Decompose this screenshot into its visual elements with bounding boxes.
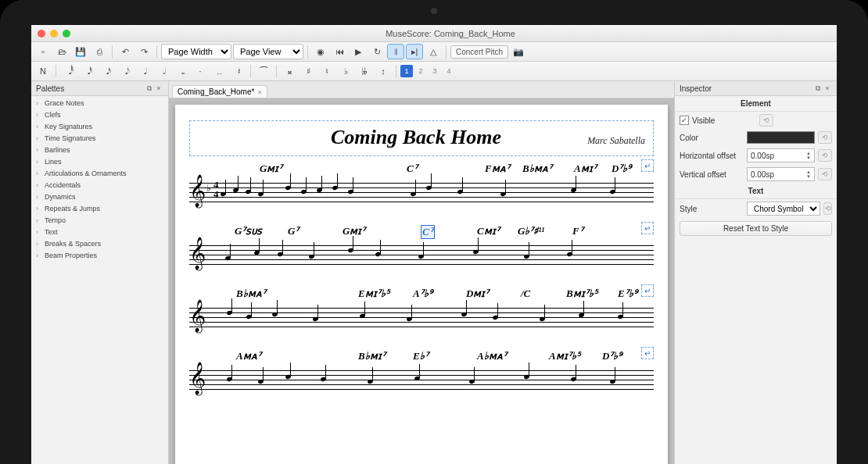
chord-symbol[interactable]: Aᴍɪ⁷ (574, 162, 597, 175)
inspector-undock-icon[interactable]: ⧉ (813, 84, 823, 93)
duration-16th-button[interactable]: 𝅘𝅥𝅯 (98, 63, 115, 79)
chord-symbol[interactable]: Aᴍɪ⁷♭⁵ (549, 350, 580, 362)
chord-symbol[interactable]: E♭⁷ (413, 350, 429, 362)
maximize-window-button[interactable] (63, 30, 70, 37)
palette-item[interactable]: Barlines (31, 145, 168, 156)
duration-double-dot-button[interactable]: ‥ (210, 63, 228, 79)
chord-symbol[interactable]: Bᴍɪ⁷♭⁵ (566, 287, 597, 300)
system-break-icon[interactable]: ↵ (641, 159, 654, 172)
chord-symbol[interactable]: A⁷♭⁹ (413, 287, 432, 300)
reset-style-button[interactable]: ⟲ (823, 202, 832, 215)
chord-symbol[interactable]: /C (521, 287, 530, 300)
voice-4-button[interactable]: 4 (443, 65, 455, 77)
natural-button[interactable]: ♮ (318, 63, 335, 79)
palette-item[interactable]: Articulations & Ornaments (31, 168, 168, 180)
palette-item[interactable]: Tempo (31, 215, 168, 227)
image-capture-button[interactable]: 📷 (510, 44, 527, 59)
system-break-icon[interactable]: ↵ (641, 222, 654, 234)
score-tab[interactable]: Coming_Back_Home* × (172, 85, 267, 98)
tie-button[interactable]: ⁀ (255, 63, 272, 79)
system-break-icon[interactable]: ↵ (641, 347, 654, 359)
palette-item[interactable]: Lines (31, 156, 168, 168)
chord-symbol[interactable]: G♭⁷♯¹¹ (518, 225, 544, 237)
double-flat-button[interactable]: 𝄫 (356, 63, 373, 79)
voice-3-button[interactable]: 3 (429, 65, 441, 77)
play-repeats-button[interactable]: ⦀ (387, 44, 404, 59)
sharp-button[interactable]: ♯ (299, 63, 317, 79)
open-file-button[interactable]: 🗁 (53, 44, 70, 59)
palette-item[interactable]: Dynamics (31, 191, 168, 203)
chord-symbol[interactable]: Eᴍɪ⁷♭⁵ (358, 287, 389, 300)
palette-item[interactable]: Text (31, 227, 168, 238)
palette-item[interactable]: Accidentals (31, 180, 168, 191)
new-file-button[interactable]: ▫ (34, 44, 52, 59)
chord-symbol[interactable]: B♭ᴍɪ⁷ (358, 350, 386, 362)
duration-32nd-button[interactable]: 𝅘𝅥𝅰 (79, 63, 96, 79)
print-button[interactable]: ⎙ (91, 44, 108, 59)
palette-item[interactable]: Grace Notes (31, 98, 168, 109)
undo-button[interactable]: ↶ (117, 44, 134, 59)
score-viewport[interactable]: Coming Back Home Marc Sabatella Gᴍɪ⁷C⁷Fᴍ… (169, 98, 674, 464)
concert-pitch-button[interactable]: Concert Pitch (450, 45, 508, 59)
reset-text-to-style-button[interactable]: Reset Text to Style (680, 221, 832, 236)
horizontal-offset-input[interactable]: 0.00sp▲▼ (747, 148, 815, 162)
chord-symbol[interactable]: Fᴍᴀ⁷ (485, 162, 510, 175)
chord-symbol[interactable]: F⁷ (572, 225, 583, 237)
palette-item[interactable]: Time Signatures (31, 133, 168, 145)
close-tab-icon[interactable]: × (257, 88, 261, 96)
pan-score-button[interactable]: ▸| (406, 44, 423, 59)
palette-item[interactable]: Key Signatures (31, 121, 168, 133)
voice-2-button[interactable]: 2 (414, 65, 427, 77)
reset-color-button[interactable]: ⟲ (818, 131, 832, 144)
midi-input-button[interactable]: ◉ (312, 44, 329, 59)
play-button[interactable]: ▶ (350, 44, 367, 59)
palettes-close-icon[interactable]: × (154, 84, 163, 93)
save-button[interactable]: 💾 (72, 44, 89, 59)
chord-symbol[interactable]: Gᴍɪ⁷ (260, 162, 282, 175)
duration-64th-button[interactable]: 𝅘𝅥𝅱 (60, 63, 77, 79)
reset-visible-button[interactable]: ⟲ (759, 114, 773, 127)
reset-voffset-button[interactable]: ⟲ (818, 168, 832, 180)
rest-button[interactable]: 𝄽 (229, 63, 246, 79)
chord-symbol[interactable]: G⁷ (288, 225, 299, 237)
metronome-button[interactable]: △ (425, 44, 442, 59)
palette-item[interactable]: Beam Properties (31, 250, 168, 262)
color-swatch[interactable] (747, 131, 815, 144)
chord-symbol[interactable]: E⁷♭⁹ (618, 287, 637, 300)
flip-direction-button[interactable]: ↕ (375, 63, 392, 79)
chord-symbol[interactable]: A♭ᴍᴀ⁷ (477, 350, 507, 362)
chord-symbol[interactable]: C⁷ (421, 225, 435, 239)
title-frame[interactable]: Coming Back Home Marc Sabatella (189, 120, 654, 156)
visible-checkbox[interactable]: ✓ (680, 116, 689, 125)
song-title[interactable]: Coming Back Home (245, 126, 587, 149)
chord-symbol[interactable]: Aᴍᴀ⁷ (236, 350, 261, 362)
palette-item[interactable]: Repeats & Jumps (31, 203, 168, 215)
chord-symbol[interactable]: D⁷♭⁹ (602, 350, 622, 362)
zoom-select[interactable]: Page Width (161, 44, 231, 59)
chord-symbol[interactable]: B♭ᴍᴀ⁷ (236, 287, 266, 300)
composer-text[interactable]: Marc Sabatella (587, 135, 645, 147)
minimize-window-button[interactable] (50, 30, 58, 37)
loop-button[interactable]: ↻ (368, 44, 386, 59)
inspector-close-icon[interactable]: × (823, 84, 832, 93)
chord-symbol[interactable]: B♭ᴍᴀ⁷ (522, 162, 552, 175)
chord-symbol[interactable]: C⁷ (407, 162, 418, 175)
chord-symbol[interactable]: D⁷♭⁹ (612, 162, 631, 175)
redo-button[interactable]: ↷ (135, 44, 152, 59)
page-view-select[interactable]: Page View (233, 44, 303, 59)
note-input-button[interactable]: N (34, 63, 52, 79)
chord-symbol[interactable]: Cᴍɪ⁷ (477, 225, 500, 237)
duration-half-button[interactable]: 𝅗𝅥 (154, 63, 171, 79)
voice-1-button[interactable]: 1 (400, 65, 413, 77)
duration-8th-button[interactable]: 𝅘𝅥𝅮 (117, 63, 134, 79)
chord-symbol[interactable]: G⁷ꜱᴜꜱ (235, 225, 262, 237)
reset-hoffset-button[interactable]: ⟲ (818, 149, 832, 162)
chord-symbol[interactable]: Gᴍɪ⁷ (343, 225, 365, 237)
duration-whole-button[interactable]: 𝅝 (173, 63, 190, 79)
palettes-undock-icon[interactable]: ⧉ (145, 84, 154, 93)
chord-symbol[interactable]: Dᴍɪ⁷ (466, 287, 489, 300)
system-break-icon[interactable]: ↵ (641, 284, 654, 297)
palette-item[interactable]: Clefs (31, 109, 168, 121)
duration-quarter-button[interactable]: 𝅘𝅥 (135, 63, 152, 79)
flat-button[interactable]: ♭ (337, 63, 354, 79)
